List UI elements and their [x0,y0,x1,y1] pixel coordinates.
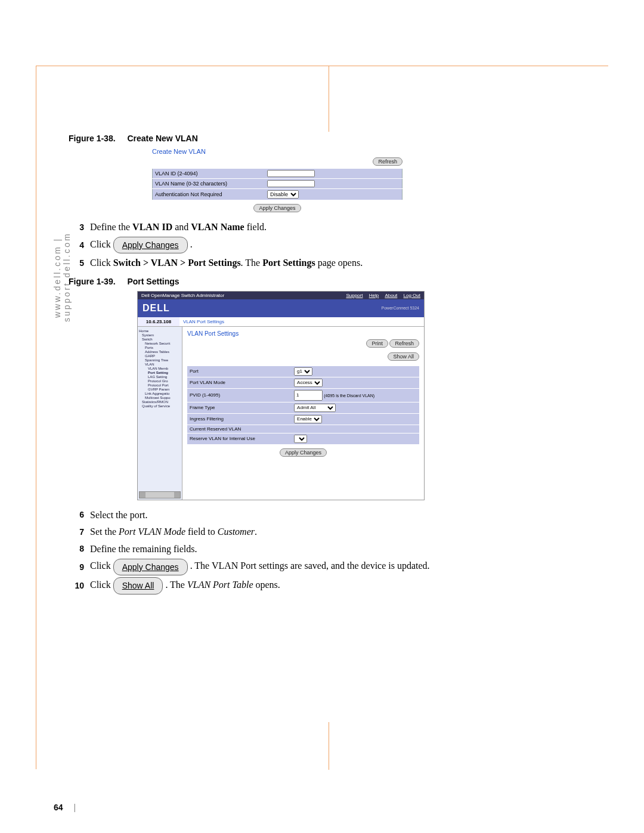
step-8-number: 8 [69,542,84,555]
tree-stats-rmon[interactable]: Statistics/RMON [139,400,181,404]
current-reserved-label: Current Reserved VLAN [187,425,292,433]
pvid-note: (4095 is the Discard VLAN) [324,393,374,397]
vlan-name-input[interactable] [267,180,315,187]
vlan-name-label: VLAN Name (0-32 characters) [153,179,265,189]
figure-39-caption: Figure 1-39. Port Settings [69,277,558,286]
figure-38-caption: Figure 1-38. Create New VLAN [69,134,558,143]
step-7-number: 7 [69,525,84,538]
create-vlan-form: VLAN ID (2-4094) VLAN Name (0-32 charact… [152,168,402,200]
create-vlan-title: Create New VLAN [152,148,402,155]
logout-link[interactable]: Log Out [404,293,420,298]
tree-protocol-port[interactable]: Protocol Port [139,383,181,387]
scrollbar-right-icon[interactable] [174,492,180,498]
print-button[interactable]: Print [366,339,388,348]
step-9-number: 9 [69,561,84,574]
refresh-button[interactable]: Refresh [373,157,402,166]
tree-network-security[interactable]: Network Securit [139,342,181,345]
ingress-label: Ingress Filtering [187,413,292,425]
tree-lag-setting[interactable]: LAG Setting [139,375,181,379]
show-all-button-step10[interactable]: Show All [113,577,163,594]
tree-garp[interactable]: GARP [139,354,181,358]
tree-system[interactable]: System [139,333,181,337]
reserve-vlan-select[interactable] [294,435,307,443]
page-content: Figure 1-38. Create New VLAN Create New … [69,131,558,596]
steps-group-b: 6 Select the port. 7 Set the Port VLAN M… [69,507,558,594]
tree-gvrp-param[interactable]: GVRP Param [139,388,181,391]
show-all-button-fig39[interactable]: Show All [388,352,419,361]
tree-switch[interactable]: Switch [139,337,181,341]
figure-39-title: Port Settings [127,277,179,286]
port-settings-main: VLAN Port Settings Print Refresh Show Al… [182,327,424,500]
figure-39-panel: Dell OpenManage Switch Administrator Sup… [137,291,425,500]
step-3-number: 3 [69,221,84,234]
frame-type-label: Frame Type [187,402,292,413]
vlan-id-input[interactable] [267,170,315,177]
support-link[interactable]: Support [346,293,363,298]
port-label: Port [187,366,292,377]
tree-address-tables[interactable]: Address Tables [139,350,181,354]
reserve-vlan-label: Reserve VLAN for Internal Use [187,433,292,444]
figure-38-title: Create New VLAN [127,134,197,143]
dell-logo: DELL [143,303,170,314]
step-10-number: 10 [69,579,84,592]
apply-changes-button-fig39[interactable]: Apply Changes [280,448,327,457]
model-label: PowerConnect 5324 [382,306,419,310]
step-4-number: 4 [69,239,84,252]
tree-spanning-tree[interactable]: Spanning Tree [139,358,181,362]
step-6-number: 6 [69,508,84,521]
ingress-select[interactable]: Enable [294,415,322,423]
steps-group-a: 3 Define the VLAN ID and VLAN Name field… [69,219,558,271]
apply-changes-button-fig38[interactable]: Apply Changes [253,204,301,212]
tree-qos[interactable]: Quality of Service [139,404,181,408]
port-vlan-mode-select[interactable]: Access [294,379,323,387]
tree-link-agg[interactable]: Link Aggregatio [139,392,181,395]
page-number: 64| [54,803,76,812]
port-settings-title: VLAN Port Settings [187,330,419,337]
tree-ports[interactable]: Ports [139,346,181,349]
figure-38-number: Figure 1-38. [69,134,116,143]
tree-home[interactable]: Home [139,329,181,333]
port-vlan-mode-label: Port VLAN Mode [187,377,292,388]
vlan-id-label: VLAN ID (2-4094) [153,169,265,179]
pvid-input[interactable] [294,390,323,401]
help-link[interactable]: Help [369,293,379,298]
tree-scrollbar[interactable] [139,491,181,498]
tree-port-setting[interactable]: Port Setting [139,371,181,374]
logo-bar: DELL PowerConnect 5324 [138,299,424,317]
figure-38-panel: Create New VLAN Refresh VLAN ID (2-4094)… [152,148,402,212]
crop-mark-bottom [329,722,329,770]
port-select[interactable]: g1 [294,367,312,376]
admin-title: Dell OpenManage Switch Administrator [141,293,224,298]
crop-mark-top [329,66,329,132]
switch-ip: 10.6.23.108 [138,317,179,327]
tree-vlan-memb[interactable]: VLAN Memb [139,367,181,370]
frame-type-select[interactable]: Admit All [294,404,336,412]
apply-changes-button-step9[interactable]: Apply Changes [113,559,188,575]
pvid-label: PVID (1-4095) [187,388,292,402]
breadcrumb: VLAN Port Settings [179,317,424,327]
auth-label: Authentication Not Required [153,189,265,200]
tree-multicast[interactable]: Multicast Suppo [139,396,181,400]
nav-tree[interactable]: Home System Switch Network Securit Ports… [138,327,182,500]
step-5-number: 5 [69,256,84,270]
admin-topbar: Dell OpenManage Switch Administrator Sup… [138,292,424,299]
refresh-button-fig39[interactable]: Refresh [389,339,419,348]
auth-select[interactable]: Disable [267,190,299,199]
scrollbar-left-icon[interactable] [140,492,145,498]
figure-39-number: Figure 1-39. [69,277,116,286]
tree-protocol-gro[interactable]: Protocol Gro [139,379,181,383]
apply-changes-button-step4[interactable]: Apply Changes [113,237,188,253]
tree-vlan[interactable]: VLAN [139,363,181,366]
about-link[interactable]: About [385,293,397,298]
port-settings-form: Port g1 Port VLAN Mode Access PVID (1-40… [187,366,419,445]
